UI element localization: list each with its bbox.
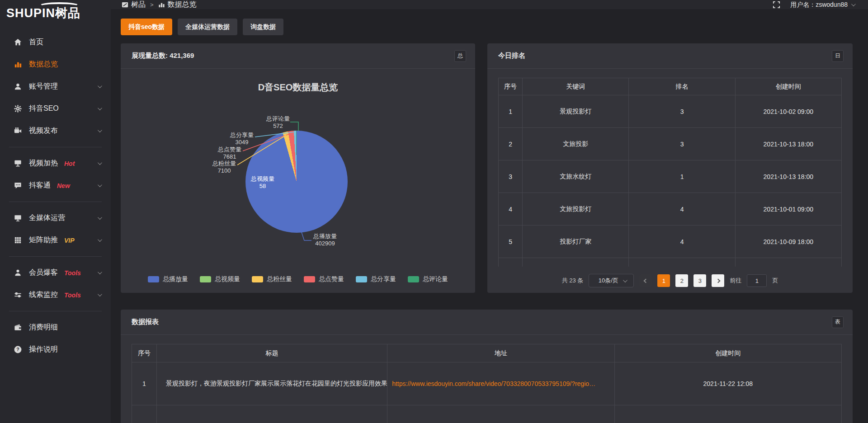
leader-lines bbox=[121, 69, 475, 292]
tab-inquiry-data[interactable]: 询盘数据 bbox=[243, 19, 283, 35]
video-camera-icon bbox=[14, 127, 22, 135]
page-button-3[interactable]: 3 bbox=[693, 274, 706, 287]
bar-chart-icon bbox=[14, 60, 22, 69]
pie-label-likes: 总点赞量7681 bbox=[212, 146, 248, 160]
sidebar-item-home[interactable]: 首页 bbox=[0, 31, 111, 53]
menu-divider bbox=[9, 256, 102, 257]
new-badge: New bbox=[57, 182, 70, 189]
col-url: 地址 bbox=[387, 344, 614, 362]
data-report-panel: 数据报表 表 序号 标题 地址 创建时间 bbox=[121, 310, 853, 423]
sidebar-item-media-operation[interactable]: 全媒体运营 bbox=[0, 207, 111, 229]
pie-label-comments: 总评论量572 bbox=[260, 115, 296, 130]
sidebar-item-account[interactable]: 账号管理 bbox=[0, 75, 111, 98]
legend-swatch bbox=[200, 276, 211, 282]
sidebar-item-member-baoke[interactable]: 会员爆客 Tools bbox=[0, 262, 111, 284]
chevron-left-icon bbox=[643, 278, 648, 283]
sidebar-item-video-publish[interactable]: 视频发布 bbox=[0, 120, 111, 142]
page-button-1[interactable]: 1 bbox=[657, 274, 670, 287]
chevron-down-icon bbox=[98, 183, 102, 187]
table-row: 5投影灯厂家42021-10-09 18:00 bbox=[499, 226, 842, 258]
report-panel-header: 数据报表 表 bbox=[121, 310, 853, 335]
sidebar-item-label: 操作说明 bbox=[29, 345, 58, 354]
legend-item-shares[interactable]: 总分享量 bbox=[356, 275, 396, 283]
breadcrumb-item-root[interactable]: 树品 bbox=[122, 0, 146, 9]
sidebar-item-consumption-detail[interactable]: 消费明细 bbox=[0, 316, 111, 338]
table-row: 4文旅投影灯42021-10-01 09:00 bbox=[499, 193, 842, 226]
sidebar: SHUPIN树品 首页 数据总览 账号管理 抖音SEO bbox=[0, 0, 111, 423]
overview-total-label: 展现量总数: 421,369 bbox=[132, 52, 194, 60]
breadcrumb-item-current[interactable]: 数据总览 bbox=[158, 0, 197, 9]
person-icon bbox=[14, 268, 22, 277]
total-count-label: 共 23 条 bbox=[562, 277, 584, 285]
breadcrumb-label: 数据总览 bbox=[168, 0, 197, 9]
table-header-row: 序号 关键词 排名 创建时间 bbox=[499, 78, 842, 95]
shupin-mini-icon bbox=[122, 1, 128, 8]
col-no: 序号 bbox=[132, 344, 157, 362]
rank-table-wrap: 序号 关键词 排名 创建时间 1景观投影灯32021-10-02 09:00 bbox=[498, 78, 842, 267]
total-toggle-button[interactable]: 总 bbox=[454, 50, 466, 62]
fullscreen-icon[interactable] bbox=[773, 1, 780, 9]
sidebar-item-douyin-seo[interactable]: 抖音SEO bbox=[0, 98, 111, 120]
sidebar-item-instructions[interactable]: ? 操作说明 bbox=[0, 338, 111, 361]
sidebar-item-video-heat[interactable]: 视频加热 Hot bbox=[0, 152, 111, 174]
col-created: 创建时间 bbox=[735, 78, 841, 95]
next-page-button[interactable] bbox=[712, 274, 724, 287]
top-bar: 树品 > 数据总览 用户名：zswodun88 bbox=[111, 0, 868, 10]
report-table-wrap: 序号 标题 地址 创建时间 1 景观投影灯，夜游景观投影灯厂家展示展示落花灯在花… bbox=[132, 344, 842, 423]
chevron-down-icon bbox=[98, 160, 102, 165]
user-icon bbox=[14, 82, 22, 91]
app-logo: SHUPIN树品 bbox=[0, 0, 111, 26]
sidebar-item-label: 首页 bbox=[29, 38, 43, 47]
user-menu[interactable]: 用户名：zswodun88 bbox=[790, 1, 854, 9]
sidebar-item-data-overview[interactable]: 数据总览 bbox=[0, 53, 111, 75]
col-rank: 排名 bbox=[629, 78, 735, 95]
tools-badge: Tools bbox=[64, 291, 81, 299]
menu-divider bbox=[9, 311, 102, 311]
page-size-select[interactable]: 10条/页 bbox=[589, 274, 634, 287]
report-panel-title: 数据报表 bbox=[132, 318, 159, 326]
menu-divider bbox=[9, 202, 102, 202]
pie-label-plays: 总播放量402909 bbox=[307, 233, 343, 247]
grid-icon bbox=[14, 236, 22, 244]
table-row bbox=[132, 405, 842, 423]
tab-media-operation-data[interactable]: 全媒体运营数据 bbox=[178, 19, 237, 35]
legend-swatch bbox=[408, 276, 419, 282]
rank-panel-title: 今日排名 bbox=[498, 52, 525, 60]
table-toggle-button[interactable]: 表 bbox=[832, 316, 844, 328]
sidebar-item-matrix-boost[interactable]: 矩阵助推 VIP bbox=[0, 229, 111, 251]
data-tabs: 抖音seo数据 全媒体运营数据 询盘数据 bbox=[121, 19, 853, 35]
sliders-icon bbox=[14, 291, 22, 299]
video-link[interactable]: https://www.iesdouyin.com/share/video/70… bbox=[392, 380, 595, 387]
chevron-down-icon bbox=[98, 106, 102, 110]
chart-legend: 总播放量 总视频量 总粉丝量 总点赞量 总分享量 总评论量 bbox=[121, 275, 475, 283]
chevron-down-icon bbox=[98, 237, 102, 242]
tab-douyin-seo-data[interactable]: 抖音seo数据 bbox=[121, 19, 172, 35]
legend-item-likes[interactable]: 总点赞量 bbox=[304, 275, 344, 283]
breadcrumb: 树品 > 数据总览 bbox=[122, 0, 197, 9]
overview-panel: 展现量总数: 421,369 总 D音SEO数据量总览 bbox=[121, 43, 475, 293]
menu-divider bbox=[9, 147, 102, 147]
sidebar-item-doketong[interactable]: 抖客通 New bbox=[0, 174, 111, 197]
col-no: 序号 bbox=[499, 78, 523, 95]
content: 抖音seo数据 全媒体运营数据 询盘数据 展现量总数: 421,369 总 D音… bbox=[111, 10, 868, 423]
legend-item-plays[interactable]: 总播放量 bbox=[148, 275, 188, 283]
today-rank-panel: 今日排名 日 序号 关键词 排名 创建时间 bbox=[487, 43, 853, 293]
sidebar-item-label: 抖客通 bbox=[29, 181, 51, 190]
chat-icon bbox=[14, 181, 22, 190]
goto-page-input[interactable] bbox=[747, 274, 767, 287]
overview-panel-header: 展现量总数: 421,369 总 bbox=[121, 43, 475, 69]
table-row bbox=[499, 258, 842, 267]
legend-item-fans[interactable]: 总粉丝量 bbox=[252, 275, 292, 283]
prev-page-button[interactable] bbox=[639, 274, 652, 287]
question-icon: ? bbox=[14, 345, 22, 354]
sidebar-item-lead-monitor[interactable]: 线索监控 Tools bbox=[0, 284, 111, 306]
day-toggle-button[interactable]: 日 bbox=[832, 50, 844, 62]
legend-item-videos[interactable]: 总视频量 bbox=[200, 275, 240, 283]
pie-label-fans: 总粉丝量7100 bbox=[206, 160, 242, 174]
wallet-icon bbox=[14, 323, 22, 332]
username-label: 用户名：zswodun88 bbox=[790, 1, 848, 9]
legend-item-comments[interactable]: 总评论量 bbox=[408, 275, 448, 283]
page-button-2[interactable]: 2 bbox=[675, 274, 688, 287]
home-icon bbox=[14, 38, 22, 47]
chevron-right-icon bbox=[716, 278, 720, 283]
